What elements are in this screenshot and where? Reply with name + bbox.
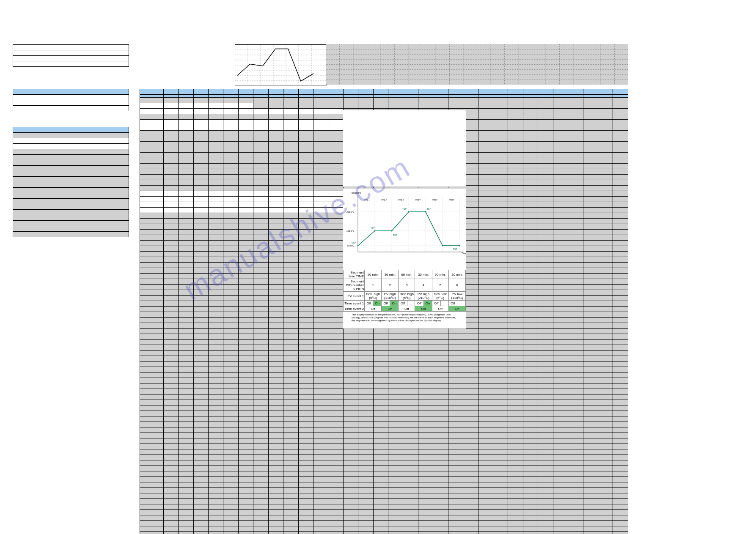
svg-text:Time: Time: [462, 252, 466, 255]
segment-footnote: The display symbols of the parameters, T…: [343, 312, 466, 324]
svg-text:200.0°C: 200.0°C: [346, 211, 355, 213]
segment-diagram: Setpoint Seg.1 Seg.2 Seg.3 Seg.4 Seg.5 S…: [343, 188, 466, 329]
svg-text:100.0°C: 100.0°C: [346, 230, 355, 232]
svg-text:Seg.4: Seg.4: [415, 198, 421, 201]
svg-text:Seg.3: Seg.3: [398, 198, 404, 201]
svg-point-58: [357, 245, 359, 246]
svg-text:TSP: TSP: [427, 208, 431, 210]
svg-text:Seg.6: Seg.6: [449, 198, 454, 201]
segment-params-table: Segment time TIME50 min.30 min.60 min.30…: [343, 270, 466, 312]
svg-text:Seg.1: Seg.1: [364, 198, 370, 201]
left-table-3: [13, 127, 129, 237]
svg-text:SSP: SSP: [352, 241, 356, 244]
svg-text:Seg.5: Seg.5: [432, 198, 437, 201]
illustration-box-1: [343, 110, 466, 187]
svg-text:TSP: TSP: [393, 234, 397, 236]
left-table-1: [13, 44, 129, 67]
svg-point-59: [374, 230, 376, 232]
svg-text:50.0°C: 50.0°C: [347, 244, 354, 247]
svg-text:Seg.2: Seg.2: [381, 198, 387, 201]
svg-text:TSP: TSP: [371, 227, 375, 229]
svg-point-63: [442, 245, 443, 246]
svg-point-60: [391, 230, 393, 232]
svg-text:TSP: TSP: [453, 248, 457, 250]
profile-mini-chart: [235, 44, 327, 85]
svg-text:TSP: TSP: [402, 208, 407, 210]
grid-right: [326, 44, 628, 85]
svg-point-61: [408, 211, 410, 213]
left-table-2: [13, 89, 129, 111]
svg-point-62: [425, 211, 426, 213]
seg-ylabel: Setpoint: [352, 192, 361, 194]
svg-point-64: [459, 245, 460, 246]
